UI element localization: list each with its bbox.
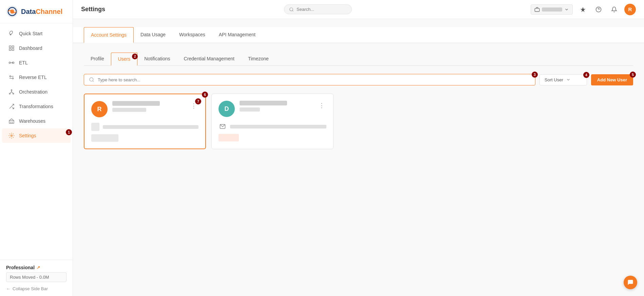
- app-name: DataChannel: [21, 8, 62, 16]
- card-info-d: [240, 101, 312, 112]
- workspace-selector[interactable]: [531, 4, 573, 15]
- sidebar-item-dashboard[interactable]: Dashboard: [2, 41, 71, 55]
- user-card-d: D ⋮: [211, 94, 334, 149]
- settings-icon: [8, 132, 15, 139]
- sidebar-item-settings[interactable]: Settings 1: [2, 129, 71, 143]
- user-role-r: [112, 108, 146, 112]
- sidebar-item-label: Reverse ETL: [19, 75, 47, 80]
- workspace-name-blur: [542, 7, 562, 12]
- user-cards: 6 R ⋮ 7: [84, 94, 633, 149]
- card-header-d: D ⋮: [219, 101, 326, 117]
- svg-rect-21: [535, 8, 539, 11]
- card-detail-r-1: [91, 123, 198, 131]
- chevron-down-icon: [566, 77, 571, 82]
- notifications-button[interactable]: [609, 4, 620, 15]
- topbar: Settings R: [73, 0, 644, 19]
- sidebar-item-label: Settings: [19, 133, 36, 138]
- grid-icon: [8, 45, 15, 52]
- tab-users[interactable]: Users 2: [111, 53, 138, 66]
- sidebar-item-label: Quick Start: [19, 31, 42, 36]
- sidebar-item-label: Warehouses: [19, 118, 45, 124]
- email-icon: [219, 122, 227, 131]
- user-card-r: 6 R ⋮ 7: [84, 94, 206, 149]
- svg-point-18: [11, 135, 13, 137]
- svg-rect-7: [12, 49, 14, 51]
- user-name-d: [240, 101, 287, 105]
- svg-point-11: [9, 93, 10, 94]
- tab-data-usage[interactable]: Data Usage: [134, 27, 172, 43]
- tab-workspaces[interactable]: Workspaces: [172, 27, 212, 43]
- user-avatar[interactable]: R: [624, 4, 636, 15]
- etl-icon: [8, 59, 15, 66]
- transformations-icon: [8, 103, 15, 110]
- topbar-search-input[interactable]: [297, 7, 344, 12]
- tab-notifications[interactable]: Notifications: [137, 53, 177, 66]
- help-icon: [595, 6, 602, 13]
- user-search-input[interactable]: [98, 77, 530, 82]
- settings-badge: 1: [66, 129, 72, 135]
- svg-point-24: [90, 78, 93, 81]
- users-tab-badge: 2: [132, 54, 138, 59]
- sidebar-item-label: Dashboard: [19, 45, 42, 51]
- svg-rect-6: [9, 49, 11, 51]
- sparkle-button[interactable]: [577, 4, 588, 15]
- svg-rect-5: [12, 46, 14, 47]
- help-button[interactable]: [593, 4, 604, 15]
- collapse-icon: ←: [6, 286, 11, 291]
- tab-timezone[interactable]: Timezone: [241, 53, 276, 66]
- topbar-search[interactable]: [284, 4, 352, 14]
- ellipsis-icon: ⋮: [319, 102, 325, 109]
- svg-rect-15: [9, 121, 14, 123]
- svg-line-20: [292, 10, 293, 11]
- tab-api-management[interactable]: API Management: [212, 27, 262, 43]
- card-header-r: R ⋮ 7: [91, 101, 198, 117]
- sidebar-item-reverse-etl[interactable]: Reverse ETL: [2, 70, 71, 84]
- sort-badge: 4: [583, 72, 589, 78]
- user-search-container[interactable]: 3: [84, 74, 535, 85]
- page-content: Account Settings Data Usage Workspaces A…: [73, 19, 644, 296]
- sidebar-bottom: Professional ↗ Rows Moved - 0.0M ← Colla…: [0, 260, 73, 296]
- briefcase-icon: [534, 7, 540, 12]
- page-title: Settings: [81, 6, 105, 13]
- sidebar-item-orchestration[interactable]: Orchestration: [2, 85, 71, 99]
- tab-account-settings[interactable]: Account Settings: [84, 27, 134, 43]
- svg-line-25: [93, 81, 94, 82]
- svg-point-10: [11, 90, 12, 91]
- search-icon: [289, 7, 294, 12]
- orchestration-icon: [8, 88, 15, 95]
- card-detail-text-d: [230, 125, 326, 129]
- add-user-badge: 5: [630, 72, 636, 78]
- user-role-d: [240, 107, 260, 112]
- sidebar-item-transformations[interactable]: Transformations: [2, 99, 71, 114]
- card-menu-button-d[interactable]: ⋮: [317, 101, 326, 110]
- sidebar-item-warehouses[interactable]: Warehouses: [2, 114, 71, 128]
- tab-credential-management[interactable]: Credential Management: [177, 53, 241, 66]
- add-new-user-button[interactable]: Add New User 5: [591, 74, 633, 85]
- collapse-sidebar-button[interactable]: ← Collapse Side Bar: [6, 286, 67, 291]
- external-link-icon[interactable]: ↗: [37, 265, 40, 270]
- chat-bubble-button[interactable]: [624, 276, 637, 289]
- datachannel-logo-icon: [6, 5, 18, 18]
- user-avatar-r: R: [91, 101, 108, 117]
- svg-point-8: [9, 62, 11, 64]
- sort-user-dropdown[interactable]: Sort User 4: [539, 74, 587, 85]
- sidebar-item-quick-start[interactable]: Quick Start: [2, 26, 71, 41]
- reverse-etl-icon: [8, 74, 15, 81]
- card-detail-text: [103, 125, 198, 129]
- svg-point-12: [13, 93, 14, 94]
- sidebar-item-label: ETL: [19, 60, 28, 65]
- card-badge-6: 6: [202, 92, 208, 98]
- card-menu-button-r[interactable]: ⋮ 7: [189, 101, 198, 111]
- sidebar-nav: Quick Start Dashboard ETL Reverse ETL: [0, 23, 73, 260]
- chat-icon: [627, 279, 634, 286]
- sidebar-logo: DataChannel: [0, 0, 73, 23]
- top-tabs: Account Settings Data Usage Workspaces A…: [73, 27, 644, 43]
- svg-point-19: [290, 7, 293, 11]
- sub-tabs: Profile Users 2 Notifications Credential…: [84, 53, 633, 66]
- plan-label: Professional ↗: [6, 265, 67, 270]
- sidebar-item-etl[interactable]: ETL: [2, 56, 71, 70]
- card-menu-badge-7: 7: [195, 98, 201, 104]
- chevron-down-icon: [564, 7, 569, 12]
- tab-profile[interactable]: Profile: [84, 53, 111, 66]
- card-tag-r: [91, 134, 118, 142]
